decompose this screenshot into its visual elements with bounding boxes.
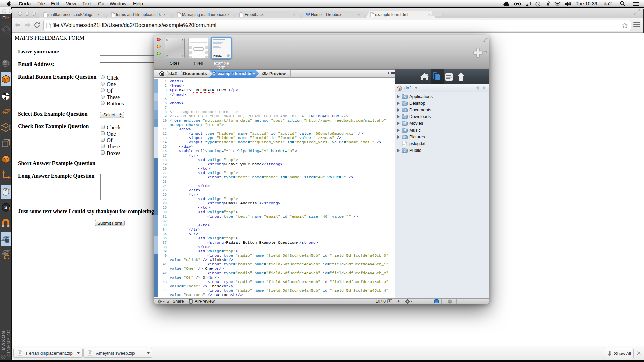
svg-text:S: S [4, 205, 8, 210]
svg-text:MAXON: MAXON [1, 330, 6, 350]
svg-text:CINEMA 4D: CINEMA 4D [6, 330, 11, 357]
